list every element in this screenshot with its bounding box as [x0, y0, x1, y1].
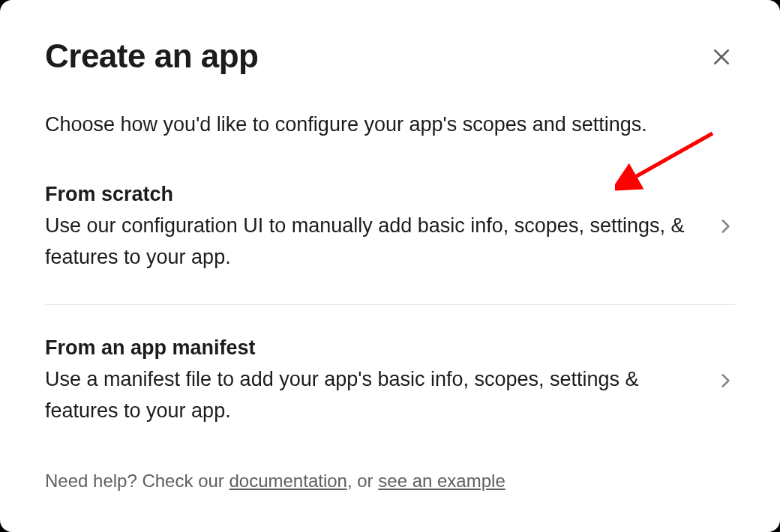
see-example-link[interactable]: see an example	[378, 471, 505, 491]
footer-help: Need help? Check our documentation, or s…	[45, 471, 735, 492]
option-description: Use a manifest file to add your app's ba…	[45, 364, 686, 427]
option-from-scratch[interactable]: From scratch Use our configuration UI to…	[45, 183, 735, 306]
footer-prefix: Need help? Check our	[45, 471, 229, 491]
close-icon	[710, 46, 733, 68]
documentation-link[interactable]: documentation	[229, 471, 346, 491]
footer-middle: , or	[347, 471, 378, 491]
option-content: From an app manifest Use a manifest file…	[45, 336, 716, 427]
modal-header: Create an app	[45, 37, 735, 75]
option-description: Use our configuration UI to manually add…	[45, 211, 686, 273]
option-from-manifest[interactable]: From an app manifest Use a manifest file…	[45, 336, 735, 459]
option-title: From scratch	[45, 183, 686, 206]
create-app-modal: Create an app Choose how you'd like to c…	[0, 0, 780, 532]
option-title: From an app manifest	[45, 336, 686, 360]
modal-title: Create an app	[45, 37, 258, 75]
modal-subtitle: Choose how you'd like to configure your …	[45, 111, 735, 139]
close-button[interactable]	[708, 43, 735, 70]
chevron-right-icon	[716, 217, 735, 239]
chevron-right-icon	[716, 371, 735, 393]
option-content: From scratch Use our configuration UI to…	[45, 183, 716, 273]
svg-line-3	[630, 133, 712, 180]
